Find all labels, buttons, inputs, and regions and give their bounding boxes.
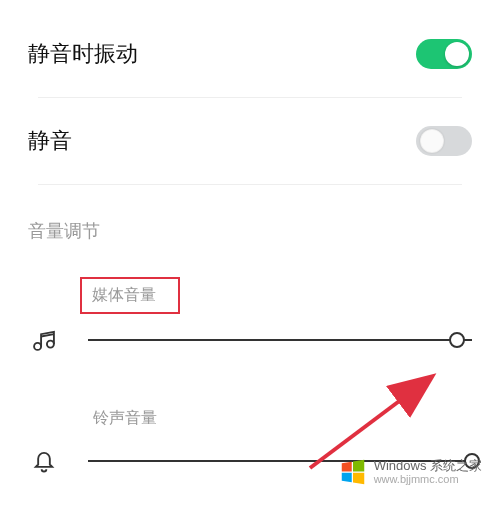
svg-point-1: [47, 341, 54, 348]
windows-logo-icon: [338, 457, 368, 487]
bell-icon: [28, 447, 60, 475]
vibrate-label: 静音时振动: [28, 39, 138, 69]
svg-point-0: [34, 343, 41, 350]
divider: [38, 184, 462, 185]
ringtone-volume-label: 铃声音量: [93, 408, 157, 429]
setting-row-vibrate: 静音时振动: [28, 15, 472, 93]
media-volume-slider[interactable]: [88, 330, 472, 350]
media-volume-label: 媒体音量: [92, 285, 156, 306]
vibrate-toggle[interactable]: [416, 39, 472, 69]
toggle-knob: [420, 129, 444, 153]
watermark-brand: Windows 系统之家: [374, 459, 482, 473]
watermark-url: www.bjjmmc.com: [374, 473, 482, 485]
watermark: Windows 系统之家 www.bjjmmc.com: [338, 457, 482, 487]
mute-label: 静音: [28, 126, 72, 156]
media-slider-row: [28, 326, 472, 354]
slider-thumb[interactable]: [449, 332, 465, 348]
volume-section-header: 音量调节: [28, 189, 472, 263]
media-volume-block: 媒体音量: [28, 263, 472, 354]
music-note-icon: [28, 326, 60, 354]
setting-row-mute: 静音: [28, 102, 472, 180]
toggle-knob: [445, 42, 469, 66]
divider: [38, 97, 462, 98]
highlight-annotation: 媒体音量: [80, 277, 180, 314]
mute-toggle[interactable]: [416, 126, 472, 156]
